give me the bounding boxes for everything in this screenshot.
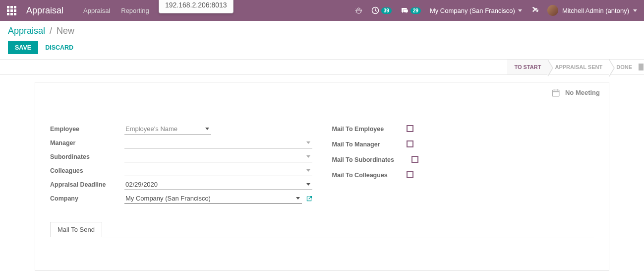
status-to-start[interactable]: TO START <box>507 60 548 74</box>
company-field[interactable] <box>124 193 302 204</box>
nav-links: Appraisal Reporting <box>83 7 149 14</box>
form-col-left: Employee Manager Sub <box>50 123 312 206</box>
form-sheet: No Meeting Employee Manager <box>35 82 609 271</box>
user-menu[interactable]: Mitchell Admin (antony) <box>547 5 637 16</box>
tab-mail-to-send[interactable]: Mail To Send <box>50 222 102 237</box>
label-company: Company <box>50 195 124 202</box>
colleagues-field[interactable] <box>124 165 312 176</box>
label-deadline: Appraisal Deadline <box>50 181 124 188</box>
nav-appraisal[interactable]: Appraisal <box>83 7 110 14</box>
employee-field[interactable] <box>124 124 211 135</box>
breadcrumb-root[interactable]: Appraisal <box>8 26 45 36</box>
label-colleagues: Colleagues <box>50 167 124 174</box>
save-button[interactable]: SAVE <box>8 41 38 54</box>
content: TO START APPRAISAL SENT DONE No Meeting … <box>0 59 644 273</box>
caret-down-icon <box>518 9 522 12</box>
no-meeting-label: No Meeting <box>565 89 600 96</box>
sheet-container: No Meeting Employee Manager <box>0 82 644 273</box>
svg-rect-1 <box>552 90 559 96</box>
scrollbar-thumb[interactable] <box>639 64 644 70</box>
messages-badge: 29 <box>410 7 421 14</box>
app-brand[interactable]: Appraisal <box>26 5 63 16</box>
label-subordinates: Subordinates <box>50 153 124 160</box>
action-buttons: SAVE DISCARD <box>8 41 636 54</box>
notebook: Mail To Send <box>50 221 594 267</box>
status-bar: TO START APPRAISAL SENT DONE <box>0 60 644 75</box>
mail-manager-checkbox[interactable] <box>407 140 413 147</box>
ip-tooltip: 192.168.2.206:8013 <box>159 0 234 13</box>
breadcrumb-current: New <box>57 26 74 36</box>
label-mail-employee: Mail To Employee <box>332 126 407 133</box>
mail-employee-checkbox[interactable] <box>407 125 413 132</box>
messages-icon[interactable]: 29 <box>401 6 421 14</box>
calendar-icon <box>551 88 560 97</box>
label-manager: Manager <box>50 139 124 146</box>
breadcrumb: Appraisal / New <box>8 26 636 36</box>
form-body: Employee Manager Sub <box>35 103 609 216</box>
manager-field[interactable] <box>124 137 312 148</box>
company-selector[interactable]: My Company (San Francisco) <box>430 7 522 14</box>
activities-badge: 39 <box>381 7 392 14</box>
top-navbar: Appraisal Appraisal Reporting 192.168.2.… <box>0 0 644 21</box>
deadline-field[interactable] <box>124 179 312 190</box>
discard-button[interactable]: DISCARD <box>45 44 73 51</box>
apps-icon[interactable] <box>7 6 16 15</box>
form-col-right: Mail To Employee Mail To Manager Mail To… <box>332 123 594 206</box>
company-name: My Company (San Francisco) <box>430 7 515 14</box>
control-panel: Appraisal / New SAVE DISCARD <box>0 21 644 54</box>
subordinates-field[interactable] <box>124 151 312 162</box>
external-link-icon[interactable] <box>306 196 312 202</box>
caret-down-icon <box>633 9 637 12</box>
activities-icon[interactable]: 39 <box>371 6 392 14</box>
label-mail-manager: Mail To Manager <box>332 141 407 148</box>
breadcrumb-sep: / <box>50 26 52 36</box>
status-appraisal-sent[interactable]: APPRAISAL SENT <box>548 60 609 74</box>
nav-reporting[interactable]: Reporting <box>121 7 149 14</box>
no-meeting-button[interactable]: No Meeting <box>551 88 600 97</box>
mail-colleagues-checkbox[interactable] <box>407 171 413 178</box>
label-employee: Employee <box>50 126 124 133</box>
debug-icon[interactable] <box>355 7 362 14</box>
avatar <box>547 5 558 16</box>
topbar-right: 39 29 My Company (San Francisco) Mitchel… <box>355 5 637 16</box>
label-mail-subordinates: Mail To Subordinates <box>332 156 411 163</box>
sheet-header: No Meeting <box>35 82 609 103</box>
tools-icon[interactable] <box>531 7 538 14</box>
mail-subordinates-checkbox[interactable] <box>411 156 418 163</box>
label-mail-colleagues: Mail To Colleagues <box>332 172 407 179</box>
user-name: Mitchell Admin (antony) <box>562 7 629 14</box>
tab-content <box>50 237 594 267</box>
